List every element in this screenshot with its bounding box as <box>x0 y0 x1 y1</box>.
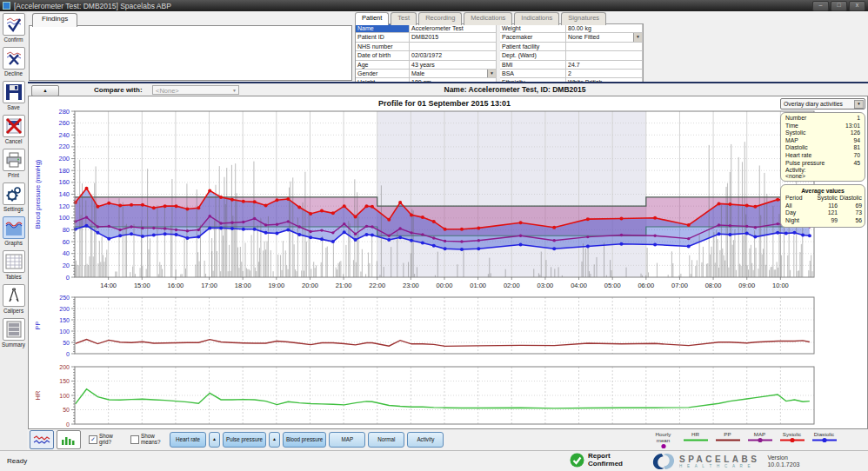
histogram-view-button[interactable] <box>57 430 81 449</box>
version-text: Version10.0.1.7203 <box>767 454 799 468</box>
svg-text:01:00: 01:00 <box>470 282 486 289</box>
step-up-button[interactable]: ▲ <box>209 432 220 448</box>
compare-with-select[interactable]: <None> ▼ <box>152 85 239 95</box>
svg-text:60: 60 <box>63 238 70 246</box>
chevron-down-icon[interactable]: ▼ <box>633 33 642 41</box>
legend-swatch <box>715 437 741 443</box>
reading-value: 81 <box>853 144 860 152</box>
svg-text:220: 220 <box>58 143 70 150</box>
reading-label: Systolic <box>785 129 805 137</box>
sidebar-item-label: Decline <box>4 70 23 76</box>
svg-text:160: 160 <box>58 178 70 186</box>
svg-text:23:00: 23:00 <box>403 282 419 289</box>
compare-row: ▲ Compare with: <None> ▼ Name: Accelerom… <box>28 82 868 96</box>
show-means-option: Show means? <box>130 434 164 445</box>
patient-header: Name: Accelerometer Test, ID: DMB2015 <box>358 85 671 94</box>
profile-view-button[interactable] <box>30 430 54 449</box>
legend-item-hourly-mean: Hourly mean <box>649 431 678 449</box>
svg-text:180: 180 <box>58 167 70 175</box>
tab-test[interactable]: Test <box>391 12 417 25</box>
avg-header: Systolic <box>810 195 838 202</box>
avg-period: Night <box>785 217 810 225</box>
show-grid-label: Show grid? <box>99 434 123 445</box>
print-icon <box>3 149 25 171</box>
heart-rate-button[interactable]: Heart rate <box>170 432 206 448</box>
tab-indications[interactable]: Indications <box>514 12 559 25</box>
field-value[interactable]: 80.00 kg <box>566 24 643 33</box>
step-up-button[interactable]: ▲ <box>269 432 280 448</box>
patient-tabs: PatientTestRecordingMedicationsIndicatio… <box>355 12 606 23</box>
average-values-title: Average values <box>785 187 860 195</box>
show-grid-checkbox[interactable]: ✓ <box>89 435 97 444</box>
overlay-diary-panel: Overlay diary activities ▼ Number1Time13… <box>780 98 865 228</box>
field-value[interactable]: 43 years <box>410 61 497 70</box>
reading-activity-value: <none> <box>785 173 860 179</box>
tab-findings[interactable]: Findings <box>32 13 77 27</box>
svg-text:22:00: 22:00 <box>369 282 385 289</box>
pulse-pressure-button[interactable]: Pulse pressure <box>223 432 266 448</box>
overlay-mode-select[interactable]: Overlay diary activities ▼ <box>780 98 865 109</box>
spacelabs-logo-icon <box>652 453 675 470</box>
field-value[interactable] <box>566 43 643 51</box>
svg-text:08:00: 08:00 <box>705 282 722 289</box>
svg-text:280: 280 <box>58 108 70 116</box>
tab-recording[interactable]: Recording <box>418 12 462 25</box>
title-bar: [Accelerometer Test: DMB2015] Spacelabs … <box>0 0 868 11</box>
sidebar-item-summary[interactable]: Summary <box>0 316 27 350</box>
sidebar-item-cancel[interactable]: Cancel <box>0 113 27 147</box>
field-value[interactable]: 02/03/1972 <box>410 51 497 60</box>
blood-pressure-chart[interactable]: 0204060801001201401601802002202402602801… <box>29 97 815 294</box>
close-button[interactable]: x <box>849 1 865 11</box>
normal-button[interactable]: Normal <box>368 432 404 448</box>
field-value[interactable]: None Fitted▼ <box>566 33 643 42</box>
field-value[interactable] <box>410 43 497 51</box>
svg-text:Blood pressure (mmHg): Blood pressure (mmHg) <box>34 159 42 229</box>
show-means-checkbox[interactable] <box>130 435 139 444</box>
svg-text:100: 100 <box>59 393 70 399</box>
tab-signatures[interactable]: Signatures <box>561 12 606 25</box>
blood-pressure-button[interactable]: Blood pressure <box>283 432 326 448</box>
sidebar-item-confirm[interactable]: Confirm <box>0 11 27 45</box>
show-means-label: Show means? <box>141 434 164 445</box>
sidebar-item-graphs[interactable]: Graphs <box>0 215 27 249</box>
svg-text:80: 80 <box>63 226 70 234</box>
reading-label: Diastolic <box>785 144 808 152</box>
sidebar-item-calipers[interactable]: Calipers <box>0 282 27 316</box>
sidebar-item-print[interactable]: Print <box>0 147 27 181</box>
reading-label: MAP <box>785 137 798 145</box>
activity-button[interactable]: Activity <box>407 432 444 448</box>
legend-item-diastolic: Diastolic <box>810 431 838 449</box>
sidebar-item-tables[interactable]: Tables <box>0 249 27 282</box>
reading-label: Heart rate <box>785 152 811 160</box>
tab-patient[interactable]: Patient <box>355 12 389 25</box>
restore-button[interactable]: □ <box>831 1 847 11</box>
legend-label: MAP <box>745 431 774 437</box>
sidebar-item-settings[interactable]: Settings <box>0 181 27 215</box>
heart-rate-chart[interactable]: 050100150200HR <box>29 360 815 428</box>
svg-text:200: 200 <box>59 364 70 370</box>
field-label: BSA <box>500 70 566 78</box>
calipers-icon <box>3 284 25 307</box>
field-value[interactable]: 24.7 <box>566 61 643 70</box>
field-value[interactable]: DMB2015 <box>410 33 497 42</box>
chevron-down-icon[interactable]: ▼ <box>487 70 496 77</box>
pulse-pressure-chart[interactable]: 050100150200250PP <box>29 290 815 358</box>
legend-swatch <box>747 437 773 443</box>
sidebar: ConfirmDeclineSaveCancelPrintSettingsGra… <box>0 11 27 450</box>
decline-icon <box>3 47 25 70</box>
field-value[interactable]: Accelerometer Test <box>410 24 497 33</box>
findings-textarea[interactable] <box>30 26 351 80</box>
minimize-button[interactable]: – <box>812 1 829 11</box>
sidebar-item-decline[interactable]: Decline <box>0 45 27 79</box>
reading-value: 70 <box>853 152 860 160</box>
field-value[interactable]: Male▼ <box>410 70 497 78</box>
sidebar-item-save[interactable]: Save <box>0 79 27 113</box>
field-value[interactable] <box>566 51 643 60</box>
map-button[interactable]: MAP <box>329 432 365 448</box>
svg-text:200: 200 <box>58 155 70 163</box>
svg-text:240: 240 <box>58 131 70 139</box>
tab-medications[interactable]: Medications <box>464 12 512 25</box>
field-value[interactable]: 2 <box>566 70 643 78</box>
window-title: [Accelerometer Test: DMB2015] Spacelabs … <box>14 2 171 10</box>
field-label: Dept. (Ward) <box>500 51 566 60</box>
